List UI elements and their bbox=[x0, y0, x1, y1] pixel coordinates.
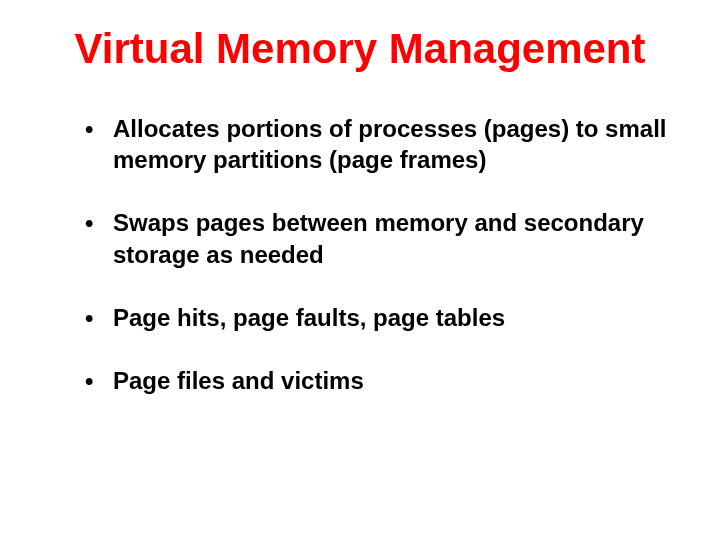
list-item: Page files and victims bbox=[85, 365, 680, 396]
list-item: Swaps pages between memory and secondary… bbox=[85, 207, 680, 269]
list-item: Allocates portions of processes (pages) … bbox=[85, 113, 680, 175]
slide-title: Virtual Memory Management bbox=[40, 25, 680, 73]
bullet-list: Allocates portions of processes (pages) … bbox=[40, 113, 680, 396]
list-item: Page hits, page faults, page tables bbox=[85, 302, 680, 333]
